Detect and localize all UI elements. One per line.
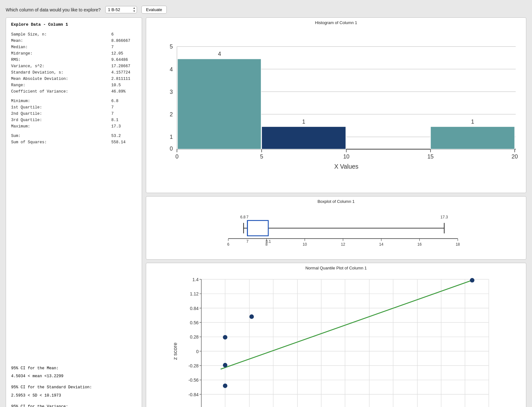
stat-label-range: Range: — [11, 82, 25, 88]
stats-table: Sample Size, n: 6 Mean: 8.866667 Median:… — [11, 31, 137, 363]
svg-text:16: 16 — [418, 242, 422, 247]
boxplot-title: Boxplot of Column 1 — [146, 197, 526, 204]
ci-var-label: 95% CI for the Variance: — [11, 404, 137, 407]
stat-row-mean: Mean: 8.866667 — [11, 38, 137, 44]
stat-row-cv: Coefficient of Variance: 46.89% — [11, 88, 137, 95]
stat-label-variance: Variance, s^2: — [11, 63, 44, 69]
svg-text:4: 4 — [170, 66, 173, 73]
main-container: Which column of data would you like to e… — [0, 0, 532, 407]
svg-text:3: 3 — [170, 89, 173, 95]
stat-value-median: 7 — [108, 44, 133, 50]
svg-text:15: 15 — [427, 153, 434, 160]
stat-value-sum: 53.2 — [108, 133, 133, 139]
stat-row-q3: 3rd Quartile: 8.1 — [11, 117, 137, 123]
stat-row-q1: 1st Quartile: 7 — [11, 104, 137, 111]
stat-row-sum: Sum: 53.2 — [11, 133, 137, 139]
stat-label-sumsq: Sum of Squares: — [11, 139, 47, 145]
stat-label-q2: 2nd Quartile: — [11, 111, 42, 117]
stat-label-max: Maximum: — [11, 123, 30, 130]
ci-mean-label: 95% CI for the Mean: — [11, 365, 137, 372]
histogram-svg: 0 1 2 3 4 5 4 1 — [146, 25, 526, 191]
stat-row-midrange: Midrange: 12.05 — [11, 50, 137, 57]
svg-text:10: 10 — [303, 242, 307, 247]
stat-label-rms: RMS: — [11, 57, 21, 63]
stat-row-variance: Variance, s^2: 17.28667 — [11, 63, 137, 69]
svg-text:0: 0 — [196, 349, 199, 354]
stat-value-min: 6.8 — [108, 98, 133, 104]
qqplot-point-5 — [250, 314, 254, 319]
stat-row-sumsq: Sum of Squares: 558.14 — [11, 139, 137, 145]
top-bar: Which column of data would you like to e… — [6, 6, 526, 14]
stat-value-q2: 7 — [108, 111, 133, 117]
stat-label-min: Minimum: — [11, 98, 30, 104]
histogram-bar-2 — [262, 126, 346, 149]
ci-mean-value: 4.5034 < mean <13.2299 — [11, 373, 137, 380]
histogram-title: Histogram of Column 1 — [146, 18, 526, 25]
qqplot-point-2 — [223, 384, 227, 388]
stat-label-q1: 1st Quartile: — [11, 104, 42, 111]
stat-row-median: Median: 7 — [11, 44, 137, 50]
stat-value-cv: 46.89% — [108, 88, 133, 95]
svg-text:5: 5 — [260, 153, 263, 160]
stat-row-range: Range: 10.5 — [11, 82, 137, 88]
stat-row-q2: 2nd Quartile: 7 — [11, 111, 137, 117]
ci-sd-value: 2.5953 < SD < 10.1973 — [11, 392, 137, 399]
left-panel-title: Explore Data - Column 1 — [11, 22, 137, 27]
boxplot-svg: 6.8 7 17.3 7 8.1 — [146, 204, 526, 258]
qqplot-chart-box: Normal Quantile Plot of Column 1 — [146, 263, 526, 407]
evaluate-button[interactable]: Evaluate — [141, 6, 167, 14]
stat-row-min: Minimum: 6.8 — [11, 98, 137, 104]
histogram-bar-4 — [431, 126, 515, 149]
column-dropdown[interactable]: 1 B-52 — [105, 6, 137, 13]
stat-row-max: Maximum: 17.3 — [11, 123, 137, 130]
stat-value-mad: 2.811111 — [108, 76, 133, 82]
svg-text:2: 2 — [170, 111, 173, 118]
stat-label-n: Sample Size, n: — [11, 31, 47, 38]
svg-text:17.3: 17.3 — [440, 215, 448, 219]
stat-row-sd: Standard Deviation, s: 4.157724 — [11, 69, 137, 76]
column-question-label: Which column of data would you like to e… — [6, 7, 101, 12]
svg-text:0.84: 0.84 — [190, 306, 199, 311]
svg-text:1: 1 — [471, 119, 474, 125]
svg-text:6: 6 — [227, 242, 230, 247]
svg-text:0: 0 — [175, 153, 178, 160]
svg-text:6.8: 6.8 — [240, 215, 246, 219]
stat-label-median: Median: — [11, 44, 28, 50]
stat-value-max: 17.3 — [108, 123, 133, 130]
stat-label-q3: 3rd Quartile: — [11, 117, 42, 123]
boxplot-box — [247, 221, 268, 236]
boxplot-chart-box: Boxplot of Column 1 — [146, 196, 526, 260]
svg-text:-0.28: -0.28 — [188, 363, 198, 368]
stat-value-variance: 17.28667 — [108, 63, 133, 69]
svg-text:X Values: X Values — [334, 163, 358, 170]
stat-label-cv: Coefficient of Variance: — [11, 88, 68, 95]
svg-text:5: 5 — [170, 43, 173, 50]
svg-text:-0.56: -0.56 — [188, 378, 198, 383]
svg-text:7: 7 — [246, 215, 249, 219]
stat-value-mean: 8.866667 — [108, 38, 133, 44]
qqplot-title: Normal Quantile Plot of Column 1 — [146, 263, 526, 270]
svg-text:8: 8 — [265, 242, 268, 247]
svg-text:1.4: 1.4 — [192, 277, 199, 282]
qqplot-point-6 — [470, 278, 474, 282]
svg-text:14: 14 — [379, 242, 384, 247]
stat-label-sum: Sum: — [11, 133, 21, 139]
histogram-bar-1 — [178, 59, 261, 149]
qqplot-svg: -1.4 -1.12 -0.84 -0.56 -0.28 0 0.28 0.56… — [146, 270, 526, 407]
qqplot-point-4 — [223, 335, 227, 339]
svg-text:0.28: 0.28 — [190, 334, 199, 339]
svg-text:z score: z score — [172, 343, 178, 360]
svg-text:0: 0 — [170, 145, 173, 152]
qqplot-point-3 — [223, 363, 227, 367]
stat-value-range: 10.5 — [108, 82, 133, 88]
stat-label-sd: Standard Deviation, s: — [11, 69, 63, 76]
stat-row-rms: RMS: 9.64486 — [11, 57, 137, 63]
svg-text:1: 1 — [170, 134, 173, 140]
stat-label-midrange: Midrange: — [11, 50, 33, 57]
stat-value-n: 6 — [108, 31, 133, 38]
right-panel: Histogram of Column 1 0 1 — [146, 17, 526, 407]
histogram-area: 0 1 2 3 4 5 4 1 — [146, 25, 526, 191]
svg-text:1: 1 — [302, 119, 305, 125]
stat-value-sumsq: 558.14 — [108, 139, 133, 145]
svg-text:4: 4 — [218, 51, 221, 57]
